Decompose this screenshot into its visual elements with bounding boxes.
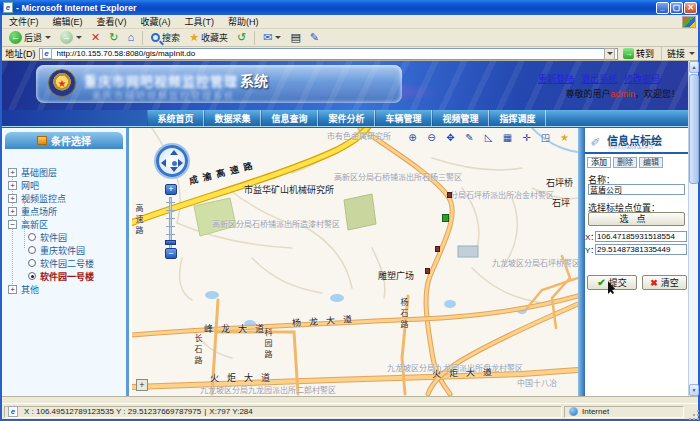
- menu-edit[interactable]: 编辑(E): [46, 15, 90, 28]
- tree-item-key-places[interactable]: + 重点场所: [8, 205, 57, 217]
- maximize-button[interactable]: ▢: [670, 2, 683, 14]
- close-button[interactable]: ✕: [684, 2, 697, 14]
- clear-button[interactable]: ✖ 清空: [642, 275, 687, 290]
- tab-info-query[interactable]: 信息查询: [261, 110, 318, 126]
- police-badge-icon: ★: [48, 69, 76, 97]
- windows-logo-icon: [682, 16, 696, 28]
- tree-item-building-2[interactable]: 软件园二号楼: [28, 257, 94, 269]
- scroll-thumb[interactable]: [689, 74, 699, 184]
- pan-west-icon[interactable]: [161, 159, 166, 167]
- address-input[interactable]: [57, 49, 602, 59]
- zoom-handle[interactable]: [165, 240, 176, 245]
- logout-link[interactable]: 退出系统: [581, 72, 617, 85]
- radio-checked-icon[interactable]: [28, 272, 36, 280]
- tree-item-video-points[interactable]: + 视频监控点: [8, 192, 66, 204]
- pan-north-icon[interactable]: [170, 150, 178, 155]
- scroll-down-button[interactable]: ▼: [689, 384, 699, 396]
- zoom-out-button[interactable]: −: [165, 248, 177, 259]
- pick-point-button[interactable]: 选点: [588, 212, 685, 226]
- menu-file[interactable]: 文件(F): [2, 15, 46, 28]
- back-button[interactable]: ← 后退: [6, 30, 54, 45]
- measure-area-icon[interactable]: ◺: [481, 131, 496, 145]
- map-pan-compass[interactable]: [156, 145, 188, 177]
- tab-delete[interactable]: 删除: [613, 157, 637, 168]
- tab-vehicle-mgmt[interactable]: 车辆管理: [375, 110, 432, 126]
- tab-dispatch[interactable]: 指挥调度: [489, 110, 546, 126]
- tree-item-cq-software-park[interactable]: 重庆软件园: [28, 244, 85, 256]
- poi-marker[interactable]: [425, 268, 430, 274]
- measure-distance-icon[interactable]: ✎: [462, 131, 477, 145]
- x-input[interactable]: [595, 231, 687, 242]
- change-password-link[interactable]: 修改密码: [624, 72, 660, 85]
- radio-icon[interactable]: [28, 233, 36, 241]
- forward-button[interactable]: →: [57, 30, 85, 45]
- expand-icon[interactable]: +: [8, 168, 17, 177]
- scroll-up-button[interactable]: ▲: [689, 61, 699, 73]
- collapse-icon[interactable]: −: [8, 220, 17, 229]
- window-title: - Microsoft Internet Explorer: [16, 3, 137, 13]
- tree-item-software-park[interactable]: 软件园: [28, 231, 67, 243]
- refresh-button[interactable]: ↻: [106, 30, 121, 45]
- expand-icon[interactable]: +: [8, 194, 17, 203]
- map-zoom-slider[interactable]: + −: [165, 184, 177, 262]
- full-extent-icon[interactable]: ✛: [519, 131, 534, 145]
- expand-icon[interactable]: +: [8, 181, 17, 190]
- expand-icon[interactable]: +: [8, 285, 17, 294]
- tree-item-other[interactable]: + 其他: [8, 283, 39, 295]
- history-button[interactable]: ↺: [234, 30, 249, 45]
- page-scrollbar[interactable]: ▲ ▼: [688, 61, 698, 396]
- resize-grip[interactable]: [693, 414, 695, 416]
- plot-tool-icon: ✎: [589, 133, 604, 147]
- poi-marker[interactable]: [447, 192, 452, 198]
- search-button[interactable]: 搜索: [148, 30, 183, 45]
- pan-south-icon[interactable]: [170, 167, 178, 172]
- name-input[interactable]: [588, 184, 685, 195]
- plotted-point-marker[interactable]: [442, 214, 449, 222]
- tab-data-collection[interactable]: 数据采集: [204, 110, 261, 126]
- map-panel-divider[interactable]: [578, 128, 585, 397]
- map-road-label: 杨石路: [398, 298, 409, 331]
- zoom-in-button[interactable]: +: [165, 184, 177, 195]
- tab-home[interactable]: 系统首页: [147, 110, 204, 126]
- links-label[interactable]: 链接: [667, 47, 685, 60]
- expand-icon[interactable]: +: [8, 207, 17, 216]
- tree-item-hightech-zone[interactable]: − 高新区: [8, 218, 48, 230]
- pan-east-icon[interactable]: [178, 159, 183, 167]
- print-button[interactable]: ▤: [287, 30, 303, 45]
- tab-video-mgmt[interactable]: 视频管理: [432, 110, 489, 126]
- tree-item-internet-cafes[interactable]: + 网吧: [8, 179, 39, 191]
- edit-button[interactable]: ✎: [307, 30, 322, 45]
- pan-hand-icon[interactable]: ✥: [443, 131, 458, 145]
- mail-button[interactable]: ✉: [260, 30, 284, 45]
- minimize-button[interactable]: _: [656, 2, 669, 14]
- title-bar[interactable]: e - Microsoft Internet Explorer _ ▢ ✕: [0, 0, 700, 15]
- go-button[interactable]: → 转到: [621, 47, 656, 60]
- tree-item-building-1[interactable]: 软件园一号楼: [28, 270, 94, 282]
- favorites-star-icon: ★: [189, 31, 199, 44]
- map-canvas[interactable]: 市有色金属研究所 成渝高速路 市益华矿山机械研究所 高新区分局石桥铺派出所石杨三…: [132, 128, 578, 397]
- zoom-in-icon[interactable]: ⊕: [405, 131, 420, 145]
- stop-button[interactable]: ✕: [88, 30, 103, 45]
- menu-view[interactable]: 查看(V): [90, 15, 134, 28]
- menu-help[interactable]: 帮助(H): [221, 15, 266, 28]
- menu-tools[interactable]: 工具(T): [178, 15, 222, 28]
- poi-marker[interactable]: [435, 246, 440, 252]
- address-dropdown-button[interactable]: [604, 48, 615, 60]
- menu-favorites[interactable]: 收藏(A): [134, 15, 178, 28]
- overview-map-icon[interactable]: ▦: [500, 131, 515, 145]
- y-input[interactable]: [595, 244, 687, 255]
- export-map-icon[interactable]: ◳: [538, 131, 553, 145]
- home-button[interactable]: ⌂: [124, 30, 137, 45]
- tab-case-analysis[interactable]: 案件分析: [318, 110, 375, 126]
- overview-toggle-button[interactable]: +: [136, 379, 148, 391]
- favorite-icon[interactable]: ★: [557, 131, 572, 145]
- tab-edit[interactable]: 编辑: [639, 157, 663, 168]
- radio-icon[interactable]: [28, 246, 36, 254]
- zoom-out-icon[interactable]: ⊖: [424, 131, 439, 145]
- radio-icon[interactable]: [28, 259, 36, 267]
- tree-item-base-layers[interactable]: + 基础图层: [8, 166, 57, 178]
- tab-add[interactable]: 添加: [587, 157, 611, 168]
- relogin-link[interactable]: 重新登陆: [538, 72, 574, 85]
- pan-center-icon[interactable]: [172, 161, 177, 166]
- favorites-button[interactable]: ★ 收藏夹: [186, 30, 231, 45]
